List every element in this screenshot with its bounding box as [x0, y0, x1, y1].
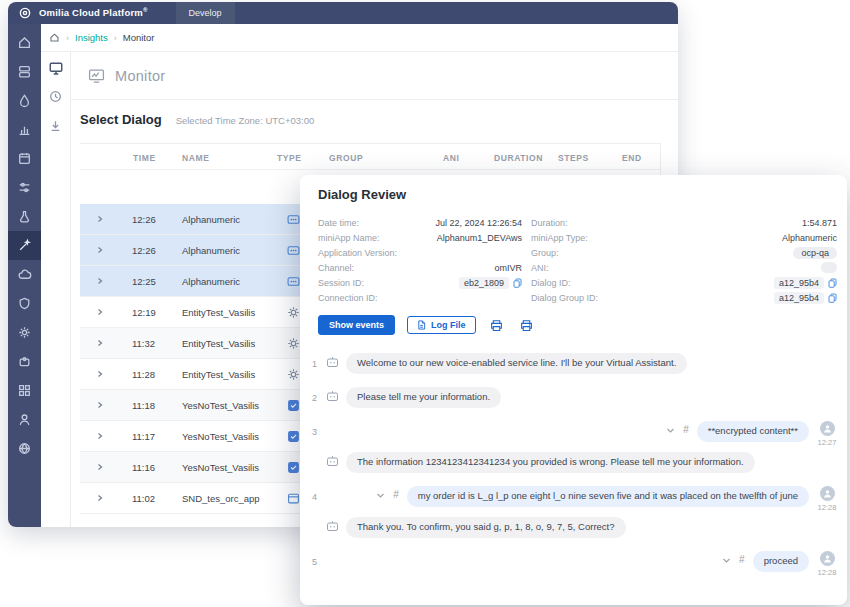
sidebar-item-users[interactable]: [8, 405, 41, 434]
field-application-version: Application Version:: [318, 247, 522, 258]
droplet-icon: [17, 93, 32, 108]
bot-icon: [326, 356, 339, 369]
secondary-sidebar: [41, 52, 71, 527]
chevron-down-icon[interactable]: [376, 491, 385, 500]
col-header-name[interactable]: NAME: [182, 153, 209, 163]
field-label: miniApp Name:: [318, 233, 380, 243]
user-message: proceed: [753, 551, 809, 572]
sidebar-item-miniapps[interactable]: [8, 57, 41, 86]
yesno-type-icon: [287, 399, 300, 412]
sidebar-item-network[interactable]: [8, 434, 41, 463]
sidebar2-item-history[interactable]: [41, 82, 70, 111]
calendar-icon: [17, 151, 32, 166]
chevron-down-icon[interactable]: [722, 556, 731, 565]
conversation-transcript: 1 Welcome to our new voice-enabled servi…: [312, 345, 839, 605]
col-header-end[interactable]: END: [622, 153, 642, 163]
sidebar-item-home[interactable]: [8, 28, 41, 57]
cloud-icon: [17, 267, 32, 282]
miniapps-icon: [17, 64, 32, 79]
copy-icon[interactable]: [513, 278, 522, 288]
field-dialog-id: Dialog ID: a12_95b4: [531, 277, 837, 288]
show-events-button[interactable]: Show events: [318, 315, 395, 335]
field-dialog-group-id: Dialog Group ID: a12_95b4: [531, 292, 837, 303]
page-title: Monitor: [115, 68, 165, 84]
expand-chevron-icon[interactable]: [96, 215, 104, 223]
expand-chevron-icon[interactable]: [96, 463, 104, 471]
sidebar-item-analytics[interactable]: [8, 115, 41, 144]
sidebar-item-apps-grid[interactable]: [8, 376, 41, 405]
user-message: my order id is L_g l_p one eight l_o nin…: [407, 486, 809, 507]
col-header-steps[interactable]: STEPS: [558, 153, 589, 163]
row-time: 12:19: [120, 307, 182, 318]
col-header-duration[interactable]: DURATION: [494, 153, 543, 163]
hash-icon[interactable]: #: [739, 554, 745, 565]
sidebar2-item-monitor[interactable]: [41, 53, 70, 82]
sidebar-item-calendar[interactable]: [8, 144, 41, 173]
sidebar-item-settings[interactable]: [8, 318, 41, 347]
breadcrumb-insights[interactable]: Insights: [75, 32, 108, 43]
dialog-review-panel: Dialog Review Date time: Jul 22, 2024 12…: [300, 175, 847, 605]
expand-chevron-icon[interactable]: [96, 308, 104, 316]
col-header-type[interactable]: TYPE: [277, 153, 302, 163]
field-value: Jul 22, 2024 12:26:54: [435, 218, 522, 228]
row-time: 11:02: [120, 493, 182, 504]
expand-chevron-icon[interactable]: [96, 246, 104, 254]
copy-icon[interactable]: [828, 278, 837, 288]
row-name: Alphanumeric: [182, 276, 287, 287]
breadcrumb-monitor: Monitor: [123, 32, 155, 43]
dialog-review-title: Dialog Review: [318, 187, 406, 202]
field-label: Duration:: [531, 218, 568, 228]
log-file-button[interactable]: Log File: [407, 316, 476, 334]
field-value: Alphanumeric: [782, 233, 837, 243]
expand-chevron-icon[interactable]: [96, 401, 104, 409]
field-label: Dialog Group ID:: [531, 293, 598, 303]
col-header-group[interactable]: GROUP: [329, 153, 363, 163]
sidebar-item-experiments[interactable]: [8, 202, 41, 231]
expand-chevron-icon[interactable]: [96, 370, 104, 378]
snd-app-type-icon: [287, 492, 300, 505]
copy-icon[interactable]: [828, 293, 837, 303]
print-button[interactable]: [488, 317, 506, 334]
message-timestamp: 12:28: [818, 568, 837, 577]
sidebar-item-deployments[interactable]: [8, 289, 41, 318]
ani-value-pill: [821, 262, 837, 273]
field-channel: Channel: omIVR: [318, 262, 522, 273]
sidebar-item-cloud[interactable]: [8, 260, 41, 289]
expand-chevron-icon[interactable]: [96, 339, 104, 347]
step-number: 3: [312, 427, 317, 437]
user-avatar: [820, 486, 835, 501]
col-header-ani[interactable]: ANI: [443, 153, 459, 163]
field-label: Application Version:: [318, 248, 397, 258]
field-label: Connection ID:: [318, 293, 378, 303]
bot-icon: [326, 455, 339, 468]
breadcrumb-home-icon[interactable]: [49, 32, 60, 43]
step-number: 4: [312, 492, 317, 502]
hash-icon[interactable]: #: [683, 424, 689, 435]
expand-chevron-icon[interactable]: [96, 277, 104, 285]
field-date-time: Date time: Jul 22, 2024 12:26:54: [318, 217, 522, 228]
field-connection-id: Connection ID:: [318, 292, 522, 303]
magic-wand-icon: [17, 238, 32, 253]
print-alt-button[interactable]: [518, 317, 536, 334]
sidebar-item-integrations[interactable]: [8, 347, 41, 376]
row-time: 12:25: [120, 276, 182, 287]
session-id-value: eb2_1809: [459, 277, 509, 289]
tab-develop[interactable]: Develop: [176, 2, 235, 24]
sidebar-item-tuning[interactable]: [8, 173, 41, 202]
printer-dot-icon: [520, 319, 533, 331]
row-name: YesNoTest_Vasilis: [182, 462, 287, 473]
alphanumeric-type-icon: [287, 213, 300, 226]
chevron-down-icon[interactable]: [666, 426, 675, 435]
col-header-time[interactable]: TIME: [133, 153, 156, 163]
entity-type-icon: [287, 306, 300, 319]
sidebar-item-orchestrator[interactable]: [8, 86, 41, 115]
expand-chevron-icon[interactable]: [96, 494, 104, 502]
field-ani: ANI:: [531, 262, 837, 273]
hash-icon[interactable]: #: [393, 489, 399, 500]
row-name: EntityTest_Vasilis: [182, 338, 287, 349]
sidebar-item-magic[interactable]: [8, 231, 41, 260]
row-name: YesNoTest_Vasilis: [182, 431, 287, 442]
row-time: 11:17: [120, 431, 182, 442]
expand-chevron-icon[interactable]: [96, 432, 104, 440]
sidebar2-item-download[interactable]: [41, 111, 70, 140]
